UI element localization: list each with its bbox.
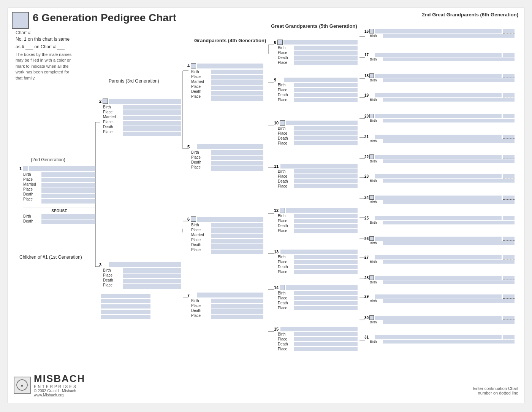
person-5-name xyxy=(197,144,263,149)
person-29: 29 Birth xyxy=(364,294,515,303)
person-26: 26 Birth xyxy=(364,236,515,245)
logo-misbach-text: MISBACH xyxy=(34,373,85,385)
person-1-box xyxy=(23,166,28,171)
logo-copyright: © 2002 Grant L. Misbach xyxy=(34,389,85,393)
person-27: 27 Birth xyxy=(364,255,515,264)
gen6-label: 2nd Great Grandparents (6th Generation) xyxy=(422,12,518,17)
info-text: The boxes by the male names may be fille… xyxy=(16,52,76,81)
person-11: 11 Birth Place Death Place xyxy=(274,164,358,189)
person-2-box xyxy=(103,99,108,104)
person-16: 16 Birth xyxy=(364,29,515,38)
spouse-label: SPOUSE xyxy=(23,209,95,213)
logo-url: www.Misbach.org xyxy=(34,393,85,397)
person-22: 22 Birth xyxy=(364,154,515,163)
person-30: 30 Birth xyxy=(364,315,515,324)
no1-text: No. 1 on this chart is same as # ___ on … xyxy=(16,35,70,51)
logo-enterprises-text: ENTERPRISES xyxy=(34,385,85,389)
chart-title: 6 Generation Pedigree Chart xyxy=(33,12,176,24)
person-10: 10 Birth Place Death Place xyxy=(274,120,358,146)
svg-text:✿: ✿ xyxy=(21,384,23,387)
person-14: 14 Birth Place Death Place xyxy=(274,285,358,310)
person-1-name xyxy=(29,166,95,171)
gen5-label: Great Grandparents (5th Generation) xyxy=(271,23,357,29)
person-8-box xyxy=(277,40,283,45)
person-20: 20 Birth xyxy=(364,114,515,122)
person-5: 5 Birth Place Death Place xyxy=(187,144,263,171)
gen1-label: Children of #1 (1st Generation) xyxy=(19,255,82,260)
person-14-box xyxy=(280,285,285,290)
person-12-box xyxy=(280,208,285,213)
person-14-name xyxy=(286,285,358,290)
person-4-name xyxy=(197,64,263,68)
person-31: 31 Birth xyxy=(364,335,515,344)
chart-num-label: Chart # xyxy=(16,30,30,35)
person-1: 1 Birth Place Married Place Death Place xyxy=(19,166,95,224)
person-7: 7 Birth Place Death Place xyxy=(187,293,263,320)
person-19: 19 Birth xyxy=(364,93,515,102)
person-13: 13 Birth Place Death Place xyxy=(274,250,358,274)
person-15-name xyxy=(280,327,358,331)
continuation-text: Enter continuation Chart number on dotte… xyxy=(473,386,518,395)
person-4: 4 Birth Place Married Place Death Place xyxy=(187,63,263,101)
person-9: 9 Birth Place Death Place xyxy=(274,78,358,102)
person-10-name xyxy=(286,121,358,125)
person-9-name xyxy=(284,78,358,82)
chart-header-box xyxy=(12,12,29,29)
person-3: 3 Birth Place Death Place xyxy=(99,262,181,320)
person-24: 24 Birth xyxy=(364,195,515,204)
person-21: 21 Birth xyxy=(364,135,515,143)
person-12-name xyxy=(286,208,358,213)
person-11-name xyxy=(280,164,358,169)
person-25: 25 Birth xyxy=(364,216,515,224)
logo-area: ✿ MISBACH ENTERPRISES © 2002 Grant L. Mi… xyxy=(14,373,85,397)
person-10-box xyxy=(280,120,285,126)
person-2-name xyxy=(109,99,181,104)
misbach-logo-icon: ✿ xyxy=(16,379,29,392)
person-3-name xyxy=(109,262,181,267)
person-13-name xyxy=(280,250,358,254)
person-28: 28 Birth xyxy=(364,275,515,284)
person-18: 18 Birth xyxy=(364,73,515,82)
person-7-name xyxy=(197,293,263,297)
person-17: 17 Birth xyxy=(364,53,515,61)
gen3-label: Parents (3rd Generation) xyxy=(109,78,159,84)
person-4-box xyxy=(191,63,196,68)
person-1-number: 1 xyxy=(19,166,22,171)
person-2: 2 Birth Place Married Place Death Place xyxy=(99,99,181,137)
gen4-label: Grandparents (4th Generation) xyxy=(194,38,266,43)
gen2-label: (2nd Generation) xyxy=(31,157,65,162)
person-15: 15 Birth Place Death Place xyxy=(274,327,358,352)
person-8-name xyxy=(283,40,358,45)
chart-container: 6 Generation Pedigree Chart Chart # No. … xyxy=(8,8,524,403)
person-12: 12 Birth Place Death Place xyxy=(274,208,358,233)
person-6-box xyxy=(191,216,196,222)
person-8: 8 Birth Place Death Place xyxy=(274,40,358,65)
person-23: 23 Birth xyxy=(364,174,515,183)
person-6-name xyxy=(197,217,263,222)
person-6: 6 Birth Place Married Place Death Place xyxy=(187,216,263,255)
